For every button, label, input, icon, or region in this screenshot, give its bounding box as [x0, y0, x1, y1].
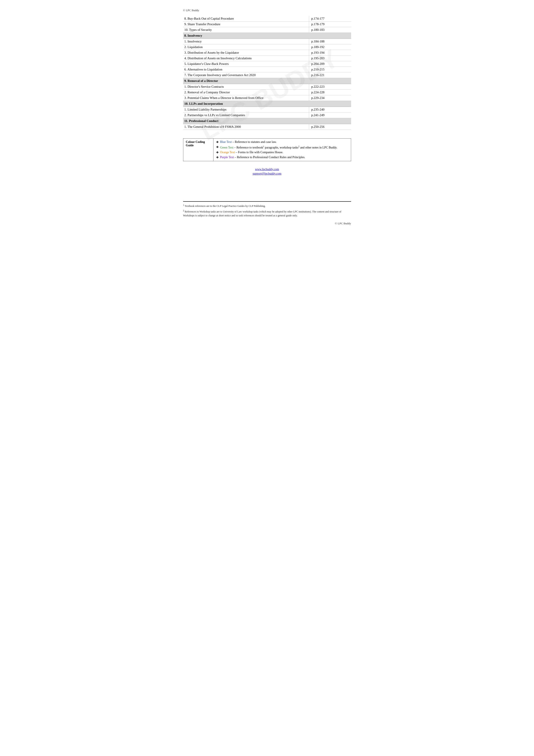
colour-coding-label: Colour Coding — [186, 140, 205, 144]
footnotes: 1 Textbook references are to the CLP Leg… — [183, 201, 351, 217]
toc-item-title: 4. Distribution of Assets on Insolvency … — [183, 56, 309, 61]
toc-item-title: 2. Partnerships vs LLPs vs Limited Compa… — [183, 113, 309, 118]
guide-label: Guide — [186, 144, 194, 147]
toc-item-title: 1. The General Prohibition s19 FSMA 2000 — [183, 124, 309, 130]
toc-row: 4. Distribution of Assets on Insolvency … — [183, 56, 351, 61]
blue-colored-text: Blue Text — [220, 140, 232, 144]
toc-item-page: p.216-221 — [309, 72, 351, 78]
blue-text-label: Blue Text – Reference to statutes and ca… — [220, 140, 277, 144]
toc-row: 6. Alternatives to Liquidationp.210-215 — [183, 67, 351, 72]
toc-item-page: p.189-192 — [309, 44, 351, 50]
toc-section-header: 11. Professional Conduct — [183, 118, 351, 124]
toc-item-title: 3. Potential Claims When a Director is R… — [183, 95, 309, 101]
toc-item-title: 5. Liquidator's Claw-Back Powers — [183, 61, 309, 67]
copyright-bottom: © LPC Buddy — [183, 222, 351, 225]
toc-item-page: p.241-249 — [309, 113, 351, 118]
bullet-purple: ❖ — [216, 156, 219, 159]
toc-item-page: p.195-203 — [309, 56, 351, 61]
toc-row: 1. Director's Service Contractsp.222-223 — [183, 84, 351, 90]
section-title: 10. LLPs and Incorporation — [183, 101, 351, 107]
orange-colored-text: Orange Text — [220, 150, 235, 154]
toc-item-title: 6. Alternatives to Liquidation — [183, 67, 309, 72]
footnote: 1 Textbook references are to the CLP Leg… — [183, 203, 351, 208]
toc-row: 2. Removal of a Company Directorp.224-22… — [183, 90, 351, 95]
toc-row: 1. Insolvencyp.184-188 — [183, 39, 351, 44]
toc-item-page: p.229-234 — [309, 95, 351, 101]
guide-item-blue: ❖ Blue Text – Reference to statutes and … — [216, 140, 348, 144]
toc-item-title: 1. Director's Service Contracts — [183, 84, 309, 90]
toc-item-title: 2. Removal of a Company Director — [183, 90, 309, 95]
guide-item-green: ❖ Green Text – Reference to textbook1 pa… — [216, 145, 348, 149]
toc-row: 2. Liquidationp.189-192 — [183, 44, 351, 50]
green-colored-text: Green Text — [220, 146, 234, 149]
copyright-top: © LPC Buddy — [183, 9, 351, 12]
website-link[interactable]: www.lpcbuddy.com — [183, 168, 351, 171]
toc-item-page: p.250-256 — [309, 124, 351, 130]
bullet-blue: ❖ — [216, 140, 219, 144]
toc-section-header: 10. LLPs and Incorporation — [183, 101, 351, 107]
toc-item-title: 10. Types of Security — [183, 27, 309, 33]
toc-item-title: 3. Distribution of Assets by the Liquida… — [183, 50, 309, 56]
toc-item-title: 9. Share Transfer Procedure — [183, 21, 309, 27]
purple-colored-text: Purple Text — [220, 156, 234, 159]
toc-item-title: 7. The Corporate Insolvency and Governan… — [183, 72, 309, 78]
bullet-green: ❖ — [216, 145, 219, 149]
toc-item-title: 1. Insolvency — [183, 39, 309, 44]
orange-description: – Forms to file with Companies House. — [236, 150, 283, 154]
colour-guide-label: Colour Coding Guide — [183, 139, 213, 161]
toc-row: 7. The Corporate Insolvency and Governan… — [183, 72, 351, 78]
green-text-label: Green Text – Reference to textbook1 para… — [220, 145, 337, 149]
toc-row: 3. Potential Claims When a Director is R… — [183, 95, 351, 101]
toc-table: 8. Buy-Back Out of Capital Procedurep.17… — [183, 16, 351, 130]
section-title: 11. Professional Conduct — [183, 118, 351, 124]
toc-item-page: p.224-228 — [309, 90, 351, 95]
toc-row: 1. The General Prohibition s19 FSMA 2000… — [183, 124, 351, 130]
orange-text-label: Orange Text – Forms to file with Compani… — [220, 150, 283, 154]
toc-row: 9. Share Transfer Procedurep.178-179 — [183, 21, 351, 27]
toc-row: 5. Liquidator's Claw-Back Powersp.204-20… — [183, 61, 351, 67]
toc-item-page: p.222-223 — [309, 84, 351, 90]
toc-row: 10. Types of Securityp.180-183 — [183, 27, 351, 33]
toc-row: 8. Buy-Back Out of Capital Procedurep.17… — [183, 16, 351, 21]
purple-text-label: Purple Text – Reference to Professional … — [220, 156, 305, 159]
section-title: 8. Insolvency — [183, 33, 351, 39]
green-description-1: – Reference to textbook1 paragraphs, wor… — [234, 146, 337, 149]
toc-item-page: p.180-183 — [309, 27, 351, 33]
toc-item-page: p.174-177 — [309, 16, 351, 21]
colour-guide-content: ❖ Blue Text – Reference to statutes and … — [213, 139, 351, 161]
guide-item-orange: ❖ Orange Text – Forms to file with Compa… — [216, 150, 348, 154]
colour-guide-table: Colour Coding Guide ❖ Blue Text – Refere… — [183, 138, 351, 161]
toc-row: 3. Distribution of Assets by the Liquida… — [183, 50, 351, 56]
toc-item-page: p.178-179 — [309, 21, 351, 27]
blue-description: – Reference to statutes and case law. — [232, 140, 277, 144]
toc-item-title: 8. Buy-Back Out of Capital Procedure — [183, 16, 309, 21]
toc-section-header: 9. Removal of a Director — [183, 78, 351, 84]
toc-item-title: 1. Limited Liability Partnerships — [183, 107, 309, 113]
purple-description: – Reference to Professional Conduct Rule… — [235, 156, 305, 159]
section-title: 9. Removal of a Director — [183, 78, 351, 84]
guide-item-purple: ❖ Purple Text – Reference to Professiona… — [216, 156, 348, 159]
footnote: 2 References to Workshop tasks are to Un… — [183, 209, 351, 217]
toc-item-page: p.193-194 — [309, 50, 351, 56]
toc-item-title: 2. Liquidation — [183, 44, 309, 50]
toc-item-page: p.184-188 — [309, 39, 351, 44]
email-link[interactable]: support@lpcbuddy.com — [183, 172, 351, 176]
bullet-orange: ❖ — [216, 150, 219, 154]
toc-row: 2. Partnerships vs LLPs vs Limited Compa… — [183, 113, 351, 118]
toc-item-page: p.204-209 — [309, 61, 351, 67]
toc-item-page: p.235-240 — [309, 107, 351, 113]
toc-section-header: 8. Insolvency — [183, 33, 351, 39]
footer-links: www.lpcbuddy.com support@lpcbuddy.com — [183, 168, 351, 176]
toc-row: 1. Limited Liability Partnershipsp.235-2… — [183, 107, 351, 113]
toc-item-page: p.210-215 — [309, 67, 351, 72]
